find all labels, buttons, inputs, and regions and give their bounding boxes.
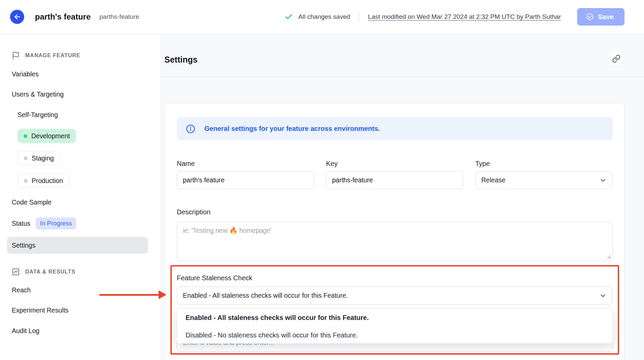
banner-text: General settings for your feature across… [204,125,380,133]
env-label-staging: Staging [32,154,54,162]
description-textarea[interactable] [177,222,613,261]
env-dot-staging [24,156,28,160]
name-label: Name [177,160,314,168]
data-results-section-header: DATA & RESULTS [12,268,75,276]
name-input[interactable] [177,171,314,189]
key-label: Key [326,160,463,168]
settings-item-label: Settings [12,240,35,250]
save-button-label: Save [598,13,614,21]
status-label: Status [12,218,30,228]
key-input[interactable] [326,171,463,189]
last-modified-link[interactable]: Last modified on Wed Mar 27 2024 at 2:32… [368,13,561,21]
sidebar-item-code-sample[interactable]: Code Sample [12,197,51,207]
arrow-left-icon [13,13,21,21]
back-button[interactable] [10,10,24,24]
chevron-down-icon [599,292,607,299]
sidebar-item-experiment-results[interactable]: Experiment Results [12,305,69,315]
saved-status-group: All changes saved [284,12,350,21]
manage-feature-section-header: MANAGE FEATURE [12,51,80,60]
sidebar-item-status[interactable]: Status In Progress [12,217,76,229]
copy-link-button[interactable] [608,51,624,66]
type-select-value: Release [481,176,506,184]
header: parth's feature parths-feature All chang… [0,0,644,34]
staleness-option-enabled[interactable]: Enabled - All staleness checks will occu… [177,309,612,326]
env-label-production: Production [32,177,63,185]
header-divider [359,12,359,22]
manage-feature-section-label: MANAGE FEATURE [25,52,80,59]
staleness-label: Feature Staleness Check [177,274,252,282]
env-dot-development [24,134,27,138]
main-content: Settings General settings for your featu… [160,34,644,360]
staleness-select-value: Enabled - All staleness checks will occu… [183,292,348,299]
sidebar-item-audit-log[interactable]: Audit Log [12,326,39,336]
settings-titlebar: Settings [160,34,644,77]
save-button[interactable]: Save [577,8,625,26]
env-pill-development[interactable]: Development [17,129,76,143]
chevron-down-icon [599,177,607,184]
feature-key: parths-feature [99,13,139,21]
settings-card: General settings for your feature across… [164,103,625,360]
sidebar-item-reach[interactable]: Reach [12,285,31,295]
page-title: Settings [164,55,198,65]
info-icon [186,124,196,134]
resize-handle-icon[interactable] [606,254,611,259]
description-label: Description [177,208,210,216]
env-pill-staging[interactable]: Staging [17,151,60,165]
env-pill-production[interactable]: Production [17,174,69,188]
chart-icon [12,268,20,276]
staleness-option-disabled[interactable]: Disabled - No staleness checks will occu… [177,326,612,344]
type-select[interactable]: Release [475,171,613,189]
flag-icon [12,51,20,60]
sidebar: MANAGE FEATURE Variables Users & Targeti… [0,34,160,360]
type-label: Type [475,160,613,168]
env-label-development: Development [31,132,70,140]
data-results-section-label: DATA & RESULTS [25,269,75,275]
staleness-dropdown: Enabled - All staleness checks will occu… [177,309,613,344]
check-circle-icon [586,13,594,21]
staleness-select[interactable]: Enabled - All staleness checks will occu… [177,287,613,304]
sidebar-item-variables[interactable]: Variables [12,69,39,79]
status-badge: In Progress [36,217,76,229]
env-dot-production [24,179,28,183]
sidebar-item-self-targeting[interactable]: Self-Targeting [17,110,58,120]
info-banner: General settings for your feature across… [177,117,613,140]
saved-status-text: All changes saved [298,13,350,21]
feature-title: parth's feature [35,12,91,22]
link-icon [612,55,620,63]
sidebar-item-users-targeting[interactable]: Users & Targeting [12,89,64,99]
sidebar-item-settings[interactable]: Settings [7,237,148,254]
check-icon [284,12,293,21]
